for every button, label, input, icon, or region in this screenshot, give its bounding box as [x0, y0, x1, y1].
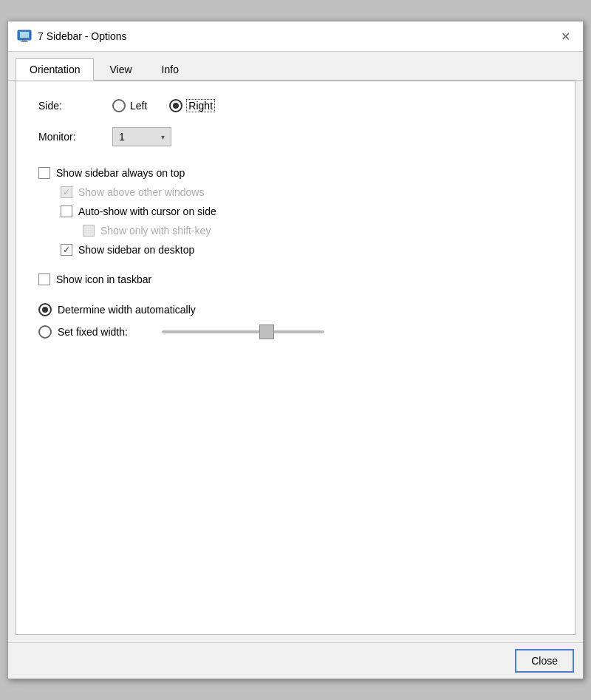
window-title: 7 Sidebar - Options	[38, 30, 127, 42]
monitor-row: Monitor: 1 ▾	[38, 127, 553, 146]
monitor-value: 1	[119, 131, 125, 143]
radio-right[interactable]: Right	[169, 99, 214, 112]
svg-rect-2	[22, 40, 27, 41]
radio-left-circle	[112, 99, 126, 112]
checkbox-always-on-top-label: Show sidebar always on top	[56, 167, 185, 179]
radio-width-auto[interactable]: Determine width automatically	[38, 303, 553, 316]
checkbox-always-on-top[interactable]: Show sidebar always on top	[38, 167, 553, 179]
checkboxes-section: Show sidebar always on top ✓ Show above …	[38, 167, 553, 256]
main-window: 7 Sidebar - Options ✕ Orientation View I…	[7, 21, 584, 679]
tab-view[interactable]: View	[95, 58, 146, 81]
title-bar-left: 7 Sidebar - Options	[17, 29, 127, 44]
radio-width-auto-label: Determine width automatically	[58, 304, 196, 316]
checkbox-auto-show-label: Auto-show with cursor on side	[78, 205, 216, 217]
checkbox-show-above-box: ✓	[61, 186, 72, 198]
monitor-dropdown[interactable]: 1 ▾	[112, 127, 171, 146]
radio-left[interactable]: Left	[112, 99, 147, 112]
checkbox-show-above-label: Show above other windows	[78, 186, 204, 198]
radio-right-circle	[169, 99, 182, 112]
dropdown-arrow-icon: ▾	[161, 133, 165, 141]
checkbox-show-desktop-label: Show sidebar on desktop	[78, 244, 194, 256]
radio-width-fixed-label: Set fixed width:	[58, 326, 128, 338]
checkbox-show-desktop-box: ✓	[61, 244, 72, 256]
footer: Close	[8, 642, 583, 679]
radio-width-auto-circle	[38, 303, 52, 316]
window-close-button[interactable]: ✕	[556, 27, 574, 45]
app-icon	[17, 29, 32, 44]
monitor-label: Monitor:	[38, 131, 98, 143]
radio-width-fixed-circle	[38, 325, 52, 339]
checkbox-taskbar-box	[38, 273, 50, 285]
close-button[interactable]: Close	[515, 649, 574, 673]
checkbox-taskbar[interactable]: Show icon in taskbar	[38, 273, 553, 285]
checkbox-shift-key-label: Show only with shift-key	[100, 225, 211, 237]
checkbox-show-desktop-check: ✓	[63, 245, 70, 255]
tab-bar: Orientation View Info	[8, 52, 583, 81]
side-radio-group: Left Right	[112, 99, 214, 112]
tab-info[interactable]: Info	[148, 58, 193, 81]
radio-left-label: Left	[130, 100, 147, 112]
checkbox-taskbar-label: Show icon in taskbar	[56, 273, 151, 285]
taskbar-section: Show icon in taskbar	[38, 273, 553, 285]
tab-orientation[interactable]: Orientation	[16, 58, 94, 81]
svg-rect-1	[20, 32, 29, 38]
checkbox-show-desktop[interactable]: ✓ Show sidebar on desktop	[61, 244, 553, 256]
radio-width-fixed[interactable]: Set fixed width:	[38, 325, 128, 339]
width-slider-track	[162, 330, 324, 333]
checkbox-auto-show[interactable]: Auto-show with cursor on side	[61, 205, 553, 217]
checkbox-show-above-check: ✓	[63, 187, 70, 197]
width-slider-container	[162, 330, 553, 333]
width-section: Determine width automatically Set fixed …	[38, 303, 553, 339]
checkbox-shift-key-box	[83, 225, 95, 237]
checkbox-show-above: ✓ Show above other windows	[61, 186, 553, 198]
side-label: Side:	[38, 100, 83, 112]
width-slider-thumb[interactable]	[259, 324, 274, 339]
fixed-width-row: Set fixed width:	[38, 325, 553, 339]
svg-rect-3	[21, 41, 28, 42]
radio-right-dot	[173, 103, 179, 109]
radio-width-auto-dot	[42, 307, 48, 313]
tab-content: Side: Left Right Monitor: 1 ▾	[16, 81, 575, 635]
checkbox-auto-show-box	[61, 205, 72, 217]
radio-right-label: Right	[187, 100, 214, 112]
title-bar: 7 Sidebar - Options ✕	[8, 21, 583, 52]
checkbox-always-on-top-box	[38, 167, 50, 179]
checkbox-shift-key: Show only with shift-key	[83, 225, 553, 237]
side-row: Side: Left Right	[38, 99, 553, 112]
